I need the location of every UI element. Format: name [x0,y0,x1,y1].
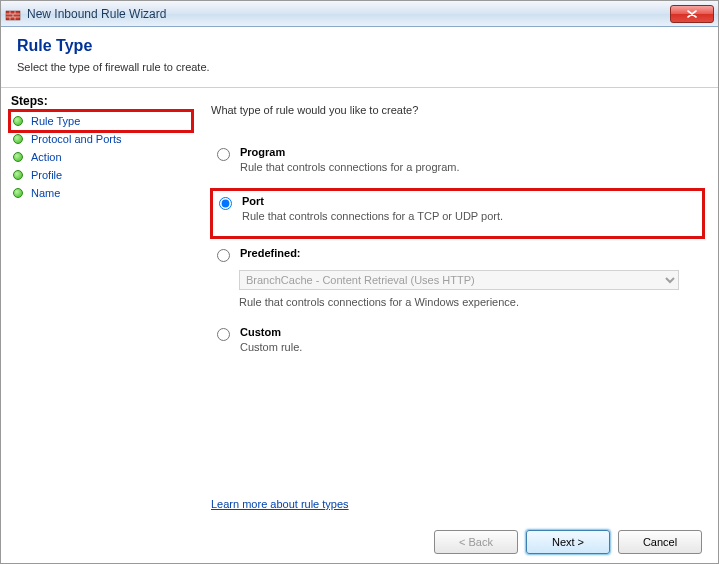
option-program[interactable]: Program Rule that controls connections f… [213,144,702,185]
radio-predefined[interactable] [217,249,230,262]
predefined-desc: Rule that controls connections for a Win… [239,296,702,308]
option-desc: Rule that controls connections for a pro… [240,161,698,173]
option-predefined[interactable]: Predefined: [213,245,702,264]
option-desc: Rule that controls connections for a TCP… [242,210,696,222]
step-label: Protocol and Ports [31,133,122,145]
titlebar: New Inbound Rule Wizard [1,1,718,27]
steps-heading: Steps: [11,94,191,108]
bullet-icon [13,170,23,180]
step-action[interactable]: Action [11,148,191,166]
option-custom[interactable]: Custom Custom rule. [213,324,702,365]
predefined-select[interactable]: BranchCache - Content Retrieval (Uses HT… [239,270,679,290]
steps-sidebar: Steps: Rule Type Protocol and Ports Acti… [1,88,201,564]
firewall-icon [5,6,21,22]
radio-custom[interactable] [217,328,230,341]
radio-program[interactable] [217,148,230,161]
learn-more-link[interactable]: Learn more about rule types [211,498,349,510]
step-label: Name [31,187,60,199]
step-label: Profile [31,169,62,181]
step-label: Rule Type [31,115,80,127]
option-title: Predefined: [240,247,698,259]
prompt-text: What type of rule would you like to crea… [211,104,702,116]
bullet-icon [13,134,23,144]
cancel-button[interactable]: Cancel [618,530,702,554]
window-title: New Inbound Rule Wizard [27,7,670,21]
option-port[interactable]: Port Rule that controls connections for … [210,188,705,239]
back-button[interactable]: < Back [434,530,518,554]
step-label: Action [31,151,62,163]
rule-type-options: Program Rule that controls connections f… [211,144,702,365]
option-desc: Custom rule. [240,341,698,353]
wizard-buttons: < Back Next > Cancel [434,530,702,554]
radio-port[interactable] [219,197,232,210]
option-title: Custom [240,326,698,338]
page-title: Rule Type [17,37,702,55]
close-icon [687,7,697,21]
page-subtitle: Select the type of firewall rule to crea… [17,61,702,73]
close-button[interactable] [670,5,714,23]
step-profile[interactable]: Profile [11,166,191,184]
predefined-select-wrap: BranchCache - Content Retrieval (Uses HT… [239,270,679,290]
bullet-icon [13,188,23,198]
option-title: Program [240,146,698,158]
step-protocol-and-ports[interactable]: Protocol and Ports [11,130,191,148]
wizard-header: Rule Type Select the type of firewall ru… [1,27,718,88]
next-button[interactable]: Next > [526,530,610,554]
bullet-icon [13,152,23,162]
wizard-body: Steps: Rule Type Protocol and Ports Acti… [1,88,718,564]
step-name[interactable]: Name [11,184,191,202]
main-panel: What type of rule would you like to crea… [201,88,718,564]
option-title: Port [242,195,696,207]
bullet-icon [13,116,23,126]
